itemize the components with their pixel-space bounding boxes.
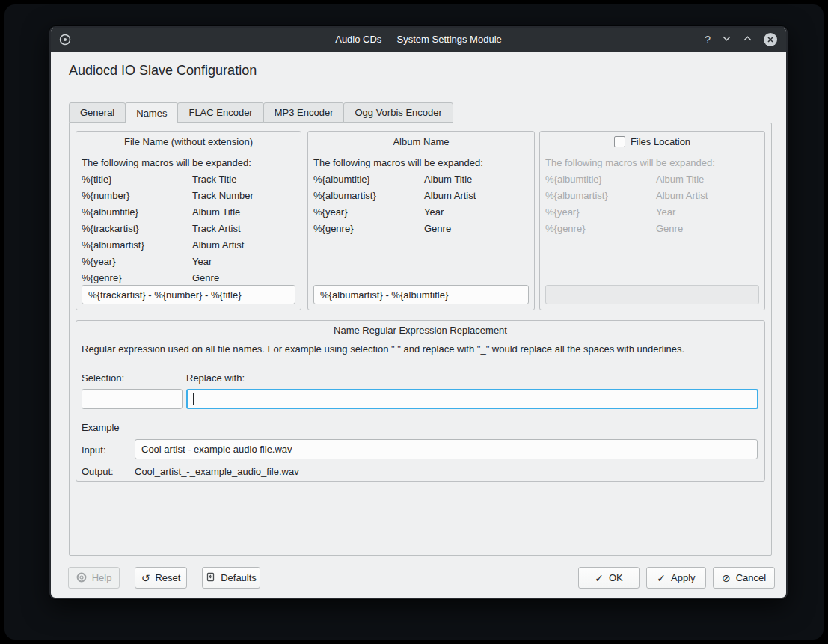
defaults-icon [206, 572, 215, 583]
macro-desc: Album Artist [656, 188, 708, 204]
macro-desc: Track Number [192, 188, 254, 204]
example-output-value: Cool_artist_-_example_audio_file.wav [135, 466, 299, 478]
macro-row: %{genre}Genre [313, 221, 529, 237]
macro-token: %{year} [82, 254, 192, 270]
file-name-group-title: File Name (without extension) [76, 132, 301, 148]
close-icon[interactable] [764, 33, 777, 46]
macro-row: %{year}Year [82, 254, 295, 270]
macro-row: %{albumartist}Album Artist [82, 237, 295, 254]
album-name-pattern-input[interactable] [313, 285, 529, 304]
tab-ogg-vorbis-encoder[interactable]: Ogg Vorbis Encoder [343, 102, 453, 123]
macro-desc: Album Artist [192, 237, 244, 254]
macro-row: %{genre}Genre [82, 270, 295, 286]
footer-left-buttons: Help ↺ Reset Defaults [68, 567, 260, 589]
selection-input[interactable] [82, 389, 183, 409]
macro-token: %{albumtitle} [313, 171, 424, 188]
macro-row: %{albumtitle}Album Title [82, 204, 295, 221]
file-name-macros-intro: The following macros will be expanded: [82, 155, 295, 171]
macro-row: %{title}Track Title [82, 171, 295, 188]
macro-row: %{albumartist}Album Artist [545, 188, 759, 204]
names-tab-panel: File Name (without extension) The follow… [69, 123, 772, 556]
tab-general[interactable]: General [69, 102, 126, 123]
titlebar-controls: ? [705, 28, 777, 52]
cancel-icon: ⊘ [722, 573, 731, 583]
macro-row: %{number}Track Number [82, 188, 295, 204]
macro-token: %{year} [313, 204, 424, 221]
album-name-group: Album Name The following macros will be … [307, 131, 535, 310]
macro-row: %{albumtitle}Album Title [545, 171, 759, 188]
files-location-pattern-input [545, 285, 759, 304]
reset-button-label: Reset [155, 572, 180, 583]
apply-icon: ✓ [657, 573, 666, 583]
macro-desc: Album Title [192, 204, 240, 221]
example-label: Example [82, 422, 120, 434]
reset-icon: ↺ [141, 573, 150, 583]
files-location-macros-intro: The following macros will be expanded: [545, 155, 759, 171]
macro-token: %{albumtitle} [545, 171, 656, 188]
titlebar[interactable]: Audio CDs — System Settings Module ? [51, 28, 786, 52]
desktop-background: Audio CDs — System Settings Module ? Aud… [4, 4, 824, 640]
macro-row: %{albumartist}Album Artist [313, 188, 529, 204]
defaults-button[interactable]: Defaults [202, 567, 260, 589]
ok-button[interactable]: ✓ OK [578, 567, 640, 589]
file-name-group: File Name (without extension) The follow… [76, 131, 301, 310]
macro-token: %{trackartist} [82, 221, 192, 237]
cancel-button[interactable]: ⊘ Cancel [713, 567, 775, 589]
example-input-field[interactable] [135, 439, 758, 459]
page-title: Audiocd IO Slave Configuration [69, 63, 257, 79]
macro-token: %{title} [82, 171, 192, 188]
macro-token: %{genre} [313, 221, 424, 237]
macro-desc: Genre [424, 221, 451, 237]
tab-names[interactable]: Names [125, 102, 178, 123]
macro-desc: Track Title [192, 171, 236, 188]
separator-line [82, 417, 759, 417]
text-caret [193, 393, 194, 405]
regex-replacement-group: Name Regular Expression Replacement Regu… [76, 320, 765, 482]
tab-flac-encoder[interactable]: FLAC Encoder [177, 102, 263, 123]
macro-row: %{trackartist}Track Artist [82, 221, 295, 237]
macro-row: %{albumtitle}Album Title [313, 171, 529, 188]
apply-button-label: Apply [671, 572, 696, 583]
help-button-label: Help [92, 572, 112, 583]
regex-group-title: Name Regular Expression Replacement [76, 321, 764, 337]
files-location-group-title: Files Location [540, 132, 764, 148]
macro-token: %{albumtitle} [82, 204, 192, 221]
defaults-button-label: Defaults [221, 572, 257, 583]
macro-row: %{genre}Genre [545, 221, 759, 237]
reset-button[interactable]: ↺ Reset [135, 567, 187, 589]
cancel-button-label: Cancel [736, 572, 766, 583]
macro-desc: Album Title [424, 171, 472, 188]
ok-icon: ✓ [595, 573, 604, 583]
macro-desc: Year [192, 254, 212, 270]
minimize-icon[interactable] [722, 33, 732, 46]
file-name-pattern-input[interactable] [82, 285, 295, 304]
regex-description: Regular expression used on all file name… [82, 343, 759, 355]
maximize-icon[interactable] [743, 33, 752, 46]
tab-bar: General Names FLAC Encoder MP3 Encoder O… [69, 102, 453, 123]
tab-mp3-encoder[interactable]: MP3 Encoder [263, 102, 345, 123]
titlebar-help-icon[interactable]: ? [705, 34, 711, 46]
macro-desc: Album Title [656, 171, 704, 188]
album-name-macros-intro: The following macros will be expanded: [313, 155, 529, 171]
help-button[interactable]: Help [68, 567, 120, 589]
ok-button-label: OK [609, 572, 623, 583]
files-location-label: Files Location [631, 136, 690, 147]
files-location-checkbox[interactable] [614, 136, 625, 147]
macro-token: %{year} [545, 204, 656, 221]
files-location-group: Files Location The following macros will… [539, 131, 765, 310]
macro-desc: Genre [656, 221, 683, 237]
window-title: Audio CDs — System Settings Module [51, 28, 786, 52]
macro-token: %{genre} [545, 221, 656, 237]
macro-row: %{year}Year [313, 204, 529, 221]
macro-desc: Year [656, 204, 675, 221]
macro-token: %{number} [82, 188, 192, 204]
macro-desc: Year [424, 204, 444, 221]
replace-with-input[interactable] [186, 389, 758, 409]
macro-desc: Album Artist [424, 188, 476, 204]
apply-button[interactable]: ✓ Apply [646, 567, 706, 589]
macro-desc: Track Artist [192, 221, 241, 237]
album-name-group-title: Album Name [308, 132, 534, 148]
dialog-button-box: Help ↺ Reset Defaults ✓ OK [68, 567, 775, 589]
settings-window: Audio CDs — System Settings Module ? Aud… [49, 26, 788, 599]
macro-token: %{genre} [82, 270, 192, 286]
